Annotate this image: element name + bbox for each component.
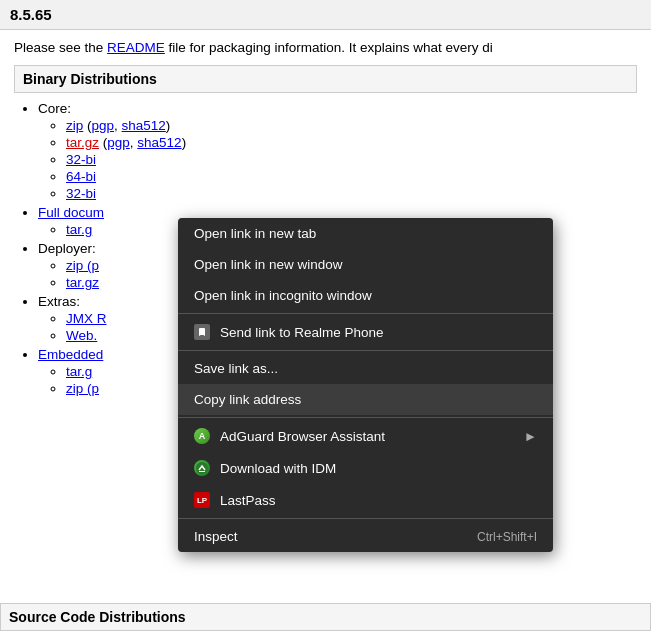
lastpass-icon: LP <box>194 492 210 508</box>
context-menu-overlay: Open link in new tab Open link in new wi… <box>0 0 651 631</box>
submenu-arrow-icon: ► <box>524 429 537 444</box>
context-menu-adguard[interactable]: A AdGuard Browser Assistant ► <box>178 420 553 452</box>
svg-rect-0 <box>199 328 205 336</box>
svg-rect-3 <box>199 471 205 472</box>
context-menu-send-realme[interactable]: Send link to Realme Phone <box>178 316 553 348</box>
context-menu-inspect[interactable]: Inspect Ctrl+Shift+I <box>178 521 553 552</box>
context-menu-idm[interactable]: Download with IDM <box>178 452 553 484</box>
context-menu: Open link in new tab Open link in new wi… <box>178 218 553 552</box>
phone-icon <box>194 324 210 340</box>
adguard-icon: A <box>194 428 210 444</box>
context-menu-open-new-window[interactable]: Open link in new window <box>178 249 553 280</box>
context-menu-divider-1 <box>178 313 553 314</box>
context-menu-save-link[interactable]: Save link as... <box>178 353 553 384</box>
context-menu-open-new-tab[interactable]: Open link in new tab <box>178 218 553 249</box>
inspect-shortcut: Ctrl+Shift+I <box>477 530 537 544</box>
context-menu-divider-3 <box>178 417 553 418</box>
svg-point-2 <box>196 462 208 474</box>
context-menu-lastpass[interactable]: LP LastPass <box>178 484 553 516</box>
context-menu-open-incognito[interactable]: Open link in incognito window <box>178 280 553 311</box>
svg-rect-1 <box>200 335 204 336</box>
idm-icon <box>194 460 210 476</box>
context-menu-copy-link[interactable]: Copy link address <box>178 384 553 415</box>
context-menu-divider-2 <box>178 350 553 351</box>
context-menu-divider-4 <box>178 518 553 519</box>
